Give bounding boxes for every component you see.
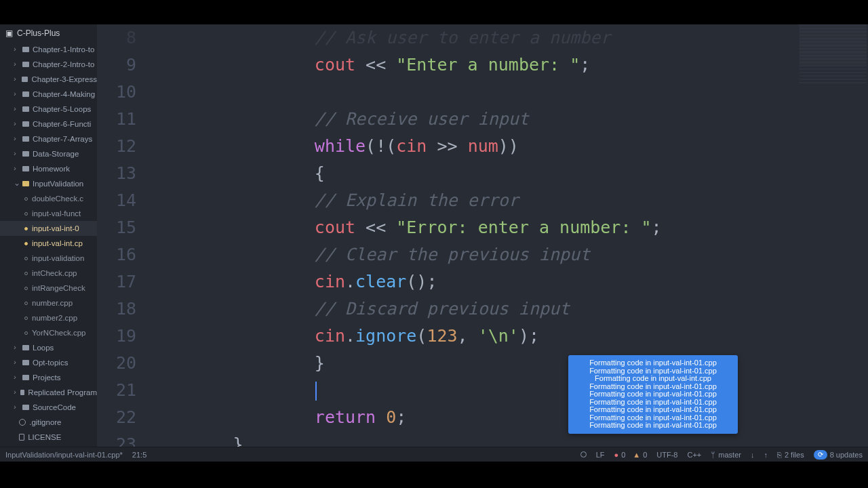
line-number: 22 — [97, 404, 136, 431]
file-input-val-funct[interactable]: input-val-funct — [0, 206, 97, 221]
folder-label: Loops — [33, 341, 54, 354]
popup-line: Formatting code in input-val-int-01.cpp — [574, 422, 732, 430]
status-encoding[interactable]: UTF-8 — [656, 451, 677, 459]
line-number: 21 — [97, 377, 136, 404]
file-status-dot — [24, 212, 28, 216]
file-.gitignore[interactable]: .gitignore — [0, 415, 97, 430]
file-doubleCheck.c[interactable]: doubleCheck.c — [0, 191, 97, 206]
code-line[interactable]: cin.ignore(123, '\n'); — [151, 323, 868, 350]
app-window: ▣ C-Plus-Plus Chapter-1-Intro-toChapter-… — [0, 24, 868, 462]
chevron-right-icon — [14, 73, 18, 86]
chevron-right-icon — [14, 386, 17, 399]
code-line[interactable]: cout << "Error: enter a number: "; — [151, 214, 868, 241]
code-line[interactable]: // Discard previous input — [151, 296, 868, 323]
code-line[interactable]: } — [151, 350, 868, 377]
file-status-dot — [24, 317, 28, 320]
popup-line: Formatting code in input-val-int-01.cpp — [574, 359, 732, 367]
error-icon: ● — [614, 451, 618, 459]
code-line[interactable]: // Ask user to enter a number — [151, 24, 868, 52]
chevron-right-icon — [14, 147, 19, 161]
status-language[interactable]: C++ — [688, 451, 702, 459]
folder-Chapter-4-Making[interactable]: Chapter-4-Making — [0, 87, 97, 102]
folder-label: SourceCode — [33, 401, 76, 414]
code-line[interactable]: cout << "Enter a number: "; — [151, 52, 868, 79]
file-status-dot — [24, 287, 28, 290]
file-input-val-int-0[interactable]: input-val-int-0 — [0, 221, 97, 236]
status-files[interactable]: ⎘ 2 files — [777, 451, 804, 459]
file-number.cpp[interactable]: number.cpp — [0, 296, 97, 310]
book-icon: ▣ — [5, 28, 13, 38]
folder-icon — [20, 390, 24, 395]
project-name: C-Plus-Plus — [17, 28, 60, 38]
status-sync[interactable] — [580, 451, 587, 458]
sidebar: ▣ C-Plus-Plus Chapter-1-Intro-toChapter-… — [0, 24, 97, 462]
chevron-right-icon — [14, 58, 19, 71]
file-intRangeCheck[interactable]: intRangeCheck — [0, 281, 97, 296]
code-line[interactable]: // Receive user input — [151, 106, 868, 133]
status-bar: InputValidation/input-val-int-01.cpp* 21… — [0, 447, 868, 462]
folder-Chapter-5-Loops[interactable]: Chapter-5-Loops — [0, 102, 97, 117]
chevron-right-icon — [14, 356, 19, 369]
folder-Homework[interactable]: Homework — [0, 161, 97, 176]
chevron-right-icon — [14, 341, 19, 354]
code-line[interactable]: while(!(cin >> num)) — [151, 133, 868, 160]
code-line[interactable] — [151, 79, 868, 106]
notification-popup[interactable]: Formatting code in input-val-int-01.cppF… — [568, 355, 738, 434]
status-diagnostics[interactable]: ●0 ▲0 — [614, 451, 647, 459]
status-line-ending[interactable]: LF — [596, 451, 605, 459]
line-number: 12 — [97, 133, 136, 160]
file-YorNCheck.cpp[interactable]: YorNCheck.cpp — [0, 325, 97, 340]
status-filepath[interactable]: InputValidation/input-val-int-01.cpp* — [5, 451, 123, 459]
folder-label: Data-Storage — [33, 147, 79, 161]
file-input-validation[interactable]: input-validation — [0, 251, 97, 266]
code-line[interactable]: { — [151, 160, 868, 187]
minimap[interactable] — [799, 24, 867, 85]
file-status-dot — [24, 197, 28, 201]
folder-Chapter-1-Intro-to[interactable]: Chapter-1-Intro-to — [0, 42, 97, 57]
sync-icon — [580, 451, 587, 458]
popup-line: Formatting code in input-val-int.cpp — [574, 375, 732, 383]
folder-InputValidation[interactable]: InputValidation — [0, 176, 97, 191]
folder-label: InputValidation — [33, 177, 83, 190]
folder-Chapter-7-Arrays[interactable]: Chapter-7-Arrays — [0, 131, 97, 146]
folder-SourceCode[interactable]: SourceCode — [0, 400, 97, 415]
chevron-right-icon — [14, 43, 19, 56]
project-header[interactable]: ▣ C-Plus-Plus — [0, 24, 97, 42]
code-area[interactable]: // Ask user to enter a number cout << "E… — [151, 24, 868, 462]
file-label: doubleCheck.c — [32, 192, 83, 205]
chevron-down-icon — [14, 177, 19, 190]
status-git-branch[interactable]: ᛘ master — [711, 451, 741, 459]
code-editor[interactable]: 891011121314151617181920212223 // Ask us… — [97, 24, 868, 462]
folder-Opt-topics[interactable]: Opt-topics — [0, 355, 97, 370]
folder-Projects[interactable]: Projects — [0, 370, 97, 385]
license-icon — [19, 434, 24, 441]
folder-Replicated Program[interactable]: Replicated Program — [0, 385, 97, 400]
code-line[interactable]: // Explain the error — [151, 187, 868, 214]
status-git-fetch[interactable]: ↓ — [751, 451, 755, 459]
folder-icon — [22, 121, 29, 127]
line-number: 14 — [97, 187, 136, 214]
code-line[interactable] — [151, 377, 868, 404]
folder-Loops[interactable]: Loops — [0, 340, 97, 355]
file-LICENSE[interactable]: LICENSE — [0, 430, 97, 445]
code-line[interactable]: return 0; — [151, 404, 868, 431]
code-line[interactable]: // Clear the previous input — [151, 241, 868, 268]
status-git-push[interactable]: ↑ — [764, 451, 768, 459]
file-input-val-int.cp[interactable]: input-val-int.cp — [0, 236, 97, 251]
file-intCheck.cpp[interactable]: intCheck.cpp — [0, 266, 97, 281]
line-number: 9 — [97, 52, 136, 79]
folder-Data-Storage[interactable]: Data-Storage — [0, 146, 97, 161]
folder-label: Chapter-4-Making — [33, 87, 95, 101]
status-updates[interactable]: ⟳ 8 updates — [814, 450, 863, 460]
folder-label: Opt-topics — [33, 356, 68, 369]
code-line[interactable]: cin.clear(); — [151, 268, 868, 296]
chevron-right-icon — [14, 102, 19, 116]
status-cursor-pos[interactable]: 21:5 — [132, 451, 146, 459]
folder-Chapter-3-Express[interactable]: Chapter-3-Express — [0, 72, 97, 87]
folder-Chapter-6-Functi[interactable]: Chapter-6-Functi — [0, 117, 97, 131]
folder-label: Chapter-1-Intro-to — [33, 43, 94, 56]
file-number2.cpp[interactable]: number2.cpp — [0, 310, 97, 325]
file-status-dot — [24, 331, 28, 335]
updates-badge: ⟳ — [814, 450, 827, 460]
folder-Chapter-2-Intro-to[interactable]: Chapter-2-Intro-to — [0, 57, 97, 72]
